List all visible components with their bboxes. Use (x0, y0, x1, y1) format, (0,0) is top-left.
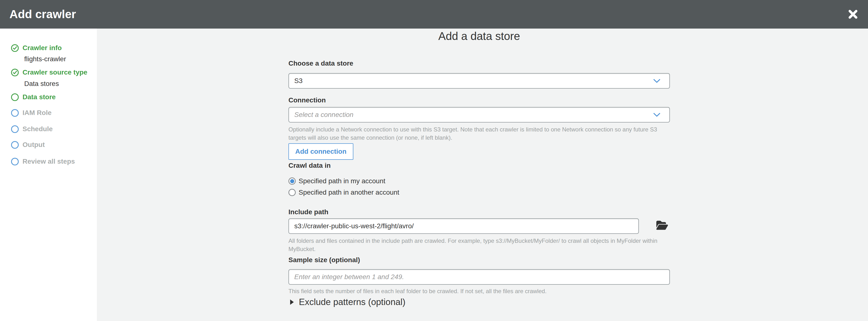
step-todo-icon (11, 158, 19, 166)
connection-select-placeholder: Select a connection (294, 111, 653, 119)
step-label: Schedule (23, 125, 53, 133)
include-path-input[interactable] (288, 218, 639, 234)
close-icon (848, 9, 858, 20)
connection-label: Connection (288, 96, 326, 104)
step-label: Review all steps (23, 158, 75, 165)
close-button[interactable] (847, 9, 859, 20)
step-done-icon (11, 68, 19, 76)
sidebar-step-crawler-info[interactable]: Crawler info (0, 43, 97, 53)
chevron-down-icon (653, 78, 661, 83)
step-label: Crawler info (23, 44, 62, 52)
folder-open-icon (656, 220, 668, 230)
connection-select[interactable]: Select a connection (288, 107, 670, 123)
step-label: Data store (23, 93, 56, 101)
step-label: IAM Role (23, 109, 52, 117)
crawl-data-in-label: Crawl data in (288, 162, 331, 169)
modal-header: Add crawler (0, 0, 868, 29)
add-connection-button[interactable]: Add connection (288, 143, 353, 160)
exclude-patterns-toggle[interactable]: Exclude patterns (optional) (288, 296, 405, 309)
step-todo-icon (11, 109, 19, 117)
wizard-steps-sidebar: Crawler info flights-crawler Crawler sou… (0, 29, 97, 321)
data-store-select[interactable]: S3 (288, 73, 670, 89)
main-panel: Add a data store Choose a data store S3 … (288, 0, 676, 321)
caret-right-icon (290, 299, 294, 305)
sidebar-step-review-all-steps[interactable]: Review all steps (0, 157, 97, 166)
sidebar-step-schedule[interactable]: Schedule (0, 124, 97, 134)
sidebar-step-data-store[interactable]: Data store (0, 92, 97, 102)
substep-label: flights-crawler (24, 55, 66, 63)
radio-specified-path-another-account[interactable]: Specified path in another account (288, 188, 399, 197)
connection-help-text: Optionally include a Network connection … (288, 125, 676, 142)
step-todo-icon (11, 141, 19, 149)
step-done-icon (11, 44, 19, 52)
sidebar-substep-data-stores: Data stores (0, 79, 97, 89)
radio-specified-path-my-account[interactable]: Specified path in my account (288, 177, 385, 185)
radio-label: Specified path in another account (299, 189, 399, 196)
sample-size-help-text: This field sets the number of files in e… (288, 287, 676, 295)
exclude-patterns-label: Exclude patterns (optional) (299, 297, 405, 307)
sidebar-step-output[interactable]: Output (0, 140, 97, 150)
browse-folder-button[interactable] (655, 219, 669, 232)
sidebar-step-crawler-source-type[interactable]: Crawler source type (0, 68, 97, 77)
sample-size-label: Sample size (optional) (288, 256, 360, 264)
sample-size-input[interactable] (288, 269, 670, 285)
substep-label: Data stores (24, 80, 59, 88)
radio-label: Specified path in my account (299, 177, 385, 185)
radio-unselected-icon (288, 189, 296, 196)
step-heading: Add a data store (288, 30, 670, 42)
radio-selected-icon (288, 178, 296, 185)
sidebar-substep-crawler-name: flights-crawler (0, 54, 97, 64)
data-store-select-value: S3 (294, 77, 653, 85)
choose-data-store-label: Choose a data store (288, 60, 353, 67)
step-todo-icon (11, 125, 19, 133)
include-path-label: Include path (288, 208, 329, 216)
step-label: Crawler source type (23, 68, 87, 76)
include-path-help-text: All folders and files contained in the i… (288, 237, 674, 253)
step-active-icon (11, 93, 19, 101)
page-title: Add crawler (9, 0, 76, 29)
step-label: Output (23, 141, 45, 149)
sidebar-step-iam-role[interactable]: IAM Role (0, 108, 97, 118)
chevron-down-icon (653, 112, 661, 117)
